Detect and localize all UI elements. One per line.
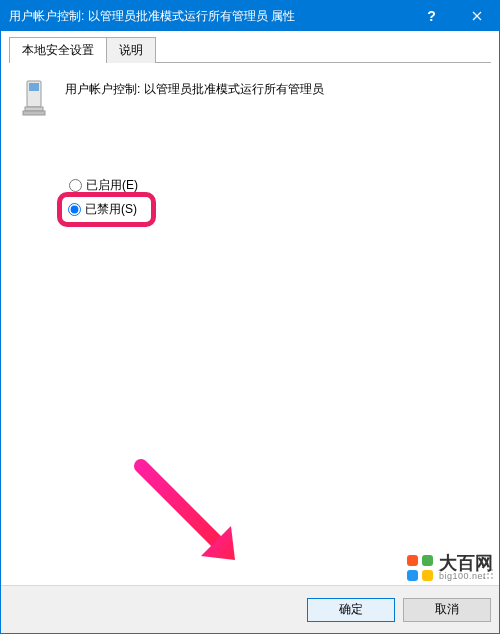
window-system-buttons: ? [409,1,499,31]
button-label: 确定 [339,601,363,618]
tab-body: 用户帐户控制: 以管理员批准模式运行所有管理员 已启用(E) 已禁用(S) [1,63,499,585]
window-title: 用户帐户控制: 以管理员批准模式运行所有管理员 属性 [9,8,409,25]
watermark-logo-icon [407,555,433,581]
cancel-button[interactable]: 取消 [403,598,491,622]
option-disabled-row: 已禁用(S) [57,198,481,220]
button-bar: 确定 取消 [1,585,499,633]
tab-label: 本地安全设置 [22,43,94,57]
help-button[interactable]: ? [409,1,454,31]
titlebar: 用户帐户控制: 以管理员批准模式运行所有管理员 属性 ? [1,1,499,31]
svg-rect-3 [23,111,45,115]
tab-explain[interactable]: 说明 [106,37,156,63]
svg-rect-1 [29,83,39,91]
close-icon [472,11,482,21]
tab-strip: 本地安全设置 说明 [1,31,499,63]
option-label: 已启用(E) [86,177,138,194]
button-label: 取消 [435,601,459,618]
radio-disabled[interactable] [68,203,81,216]
option-disabled[interactable]: 已禁用(S) [68,201,137,218]
tab-local-security[interactable]: 本地安全设置 [9,37,107,63]
watermark-text: 大百网 big100.net [439,554,493,581]
option-label: 已禁用(S) [85,201,137,218]
policy-header: 用户帐户控制: 以管理员批准模式运行所有管理员 [19,77,481,120]
svg-rect-2 [25,107,43,111]
ok-button[interactable]: 确定 [307,598,395,622]
policy-description: 用户帐户控制: 以管理员批准模式运行所有管理员 [65,77,324,98]
close-button[interactable] [454,1,499,31]
policy-icon [19,77,51,120]
watermark-domain: big100.net [439,572,493,581]
annotation-highlight: 已禁用(S) [57,192,156,227]
radio-group: 已启用(E) 已禁用(S) [57,174,481,220]
radio-enabled[interactable] [69,179,82,192]
tab-label: 说明 [119,43,143,57]
site-watermark: 大百网 big100.net [407,554,493,581]
properties-dialog: 用户帐户控制: 以管理员批准模式运行所有管理员 属性 ? 本地安全设置 说明 [0,0,500,634]
watermark-name: 大百网 [439,554,493,572]
annotation-arrow [131,456,251,579]
